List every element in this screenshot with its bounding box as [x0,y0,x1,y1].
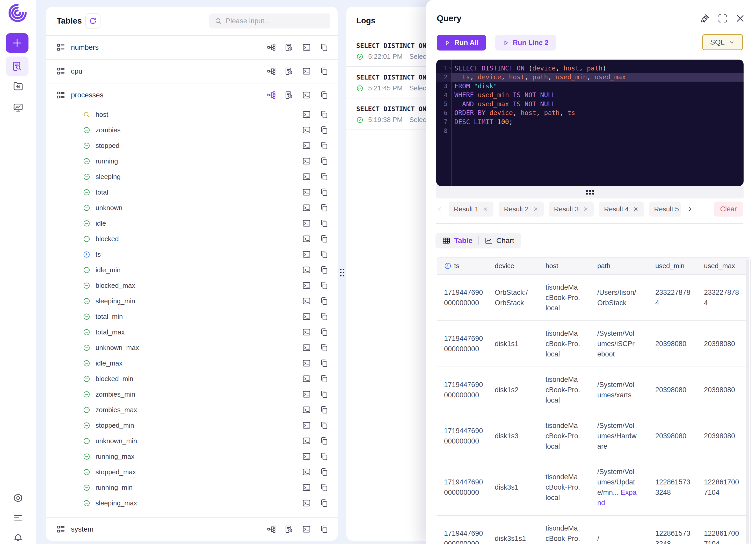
table-row[interactable]: cpu [46,59,338,83]
terminal-icon[interactable] [302,359,311,368]
terminal-icon[interactable] [302,110,311,119]
copy-icon[interactable] [320,312,329,321]
columns-tree-icon[interactable] [267,91,276,99]
terminal-icon[interactable] [302,172,311,181]
terminal-icon[interactable] [302,405,311,414]
tab-close-icon[interactable] [583,206,588,212]
copy-icon[interactable] [320,234,329,243]
copy-icon[interactable] [320,67,329,76]
terminal-icon[interactable] [302,328,311,337]
sidebar-item-logs-menu[interactable] [0,512,36,523]
table-row[interactable]: processes [46,83,338,107]
terminal-icon[interactable] [302,390,311,399]
copy-icon[interactable] [320,91,329,99]
fold-chevron-icon[interactable] [448,66,452,70]
copy-icon[interactable] [320,483,329,492]
results-scrollbar[interactable] [746,259,749,544]
terminal-icon[interactable] [302,525,311,534]
terminal-icon[interactable] [302,343,311,352]
panel-resize-handle[interactable] [338,7,346,541]
close-icon[interactable] [735,13,746,24]
sidebar-item-ingest[interactable] [0,81,36,92]
sidebar-item-dashboards[interactable] [0,102,36,113]
run-all-button[interactable]: Run All [437,35,486,50]
copy-icon[interactable] [320,390,329,399]
columns-tree-icon[interactable] [267,525,276,534]
refresh-tables-button[interactable] [85,13,100,28]
copy-icon[interactable] [320,452,329,461]
clean-brush-icon[interactable] [700,13,710,24]
result-tab[interactable]: Result 2 [499,201,543,216]
copy-icon[interactable] [320,405,329,414]
copy-icon[interactable] [320,437,329,445]
terminal-icon[interactable] [302,281,311,290]
new-query-button[interactable] [6,33,28,53]
terminal-icon[interactable] [302,499,311,507]
copy-icon[interactable] [320,468,329,476]
language-select[interactable]: SQL [702,34,743,50]
copy-icon[interactable] [320,157,329,165]
terminal-icon[interactable] [302,437,311,445]
chevron-right-icon[interactable] [686,205,693,213]
result-tab[interactable]: Result 3 [549,201,594,216]
table-row[interactable]: system [46,517,338,541]
terminal-icon[interactable] [302,452,311,461]
copy-icon[interactable] [320,374,329,383]
copy-icon[interactable] [320,250,329,259]
terminal-icon[interactable] [302,141,311,150]
terminal-icon[interactable] [302,126,311,134]
editor-resize-handle[interactable] [436,186,744,198]
copy-icon[interactable] [320,172,329,181]
terminal-icon[interactable] [302,188,311,196]
run-line-button[interactable]: Run Line 2 [495,35,556,50]
terminal-icon[interactable] [302,421,311,430]
table-details-icon[interactable] [285,43,293,52]
copy-icon[interactable] [320,297,329,306]
expand-link[interactable]: Expand [597,489,637,507]
copy-icon[interactable] [320,141,329,150]
terminal-icon[interactable] [302,312,311,321]
greptime-logo-icon[interactable] [8,4,27,22]
toggle-table[interactable]: Table [442,236,473,245]
clear-results-button[interactable]: Clear [714,201,743,216]
terminal-icon[interactable] [302,250,311,259]
terminal-icon[interactable] [302,265,311,274]
terminal-icon[interactable] [302,219,311,228]
table-details-icon[interactable] [285,525,293,534]
copy-icon[interactable] [320,110,329,119]
table-row[interactable]: numbers [46,35,338,59]
copy-icon[interactable] [320,188,329,196]
columns-tree-icon[interactable] [267,67,276,76]
copy-icon[interactable] [320,343,329,352]
copy-icon[interactable] [320,328,329,337]
copy-icon[interactable] [320,421,329,430]
sql-editor[interactable]: 1 SELECT DISTINCT ON (device, host, path… [436,60,744,186]
terminal-icon[interactable] [302,67,311,76]
copy-icon[interactable] [320,525,329,534]
table-search[interactable] [209,13,330,28]
terminal-icon[interactable] [302,483,311,492]
table-search-input[interactable] [226,17,325,25]
result-tab[interactable]: Result 5 [649,201,681,216]
terminal-icon[interactable] [302,234,311,243]
tab-close-icon[interactable] [533,206,539,212]
copy-icon[interactable] [320,126,329,134]
terminal-icon[interactable] [302,91,311,99]
copy-icon[interactable] [320,265,329,274]
tab-close-icon[interactable] [483,206,488,212]
terminal-icon[interactable] [302,157,311,165]
table-details-icon[interactable] [285,91,293,99]
table-details-icon[interactable] [285,67,293,76]
columns-tree-icon[interactable] [267,43,276,52]
copy-icon[interactable] [320,359,329,368]
sidebar-item-query[interactable] [6,56,28,76]
terminal-icon[interactable] [302,374,311,383]
result-tab[interactable]: Result 1 [449,201,493,216]
copy-icon[interactable] [320,219,329,228]
tab-close-icon[interactable] [633,206,639,212]
sidebar-item-settings[interactable] [0,493,36,504]
fullscreen-icon[interactable] [717,13,728,24]
copy-icon[interactable] [320,281,329,290]
terminal-icon[interactable] [302,43,311,52]
terminal-icon[interactable] [302,468,311,476]
